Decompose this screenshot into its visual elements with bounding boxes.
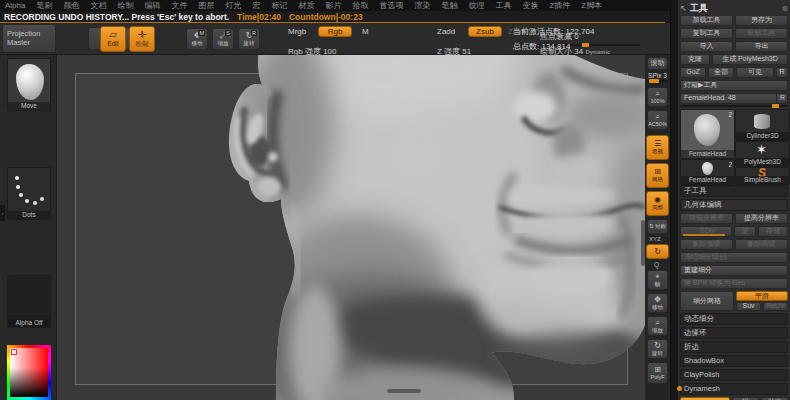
- m-toggle[interactable]: M: [362, 27, 369, 36]
- menu-movie[interactable]: 影片: [325, 0, 341, 11]
- menu-layer[interactable]: 图层: [198, 0, 214, 11]
- crease-section-header[interactable]: 折边: [680, 341, 788, 353]
- canvas-hscrollbar[interactable]: [387, 389, 421, 393]
- menu-preferences[interactable]: 首选项: [379, 0, 403, 11]
- dynamic-subdiv-section-header[interactable]: 动态细分: [680, 313, 788, 325]
- move-brush-thumbnail: [16, 64, 44, 100]
- floor-grid-button[interactable]: ⊞网格: [646, 163, 669, 188]
- tool-palette-header[interactable]: ↖ 工具 ⚙: [680, 2, 788, 15]
- rgb-toggle[interactable]: Rgb: [318, 26, 352, 37]
- xyz-axis-label[interactable]: XYZ: [649, 236, 661, 242]
- menu-zscript[interactable]: Z脚本: [581, 0, 602, 11]
- spix-slider[interactable]: SPix 3: [646, 72, 669, 82]
- menu-transform[interactable]: 变换: [522, 0, 538, 11]
- menu-zplugin[interactable]: Z插件: [549, 0, 570, 11]
- active-tool-r-button[interactable]: R: [776, 94, 785, 102]
- color-picker[interactable]: [7, 345, 51, 400]
- q-label[interactable]: Q: [654, 261, 659, 268]
- dynamesh-section-header[interactable]: Dynamesh: [680, 383, 788, 395]
- menu-material[interactable]: 材质: [298, 0, 314, 11]
- aa-half-button[interactable]: ⌕AC50%: [647, 110, 668, 130]
- menu-edit[interactable]: 编辑: [144, 0, 160, 11]
- palette-gear-icon[interactable]: ⚙: [782, 5, 788, 12]
- del-higher-button: 删除高级: [735, 239, 788, 250]
- rgb-intensity-slider[interactable]: Rgb 强度 100: [288, 40, 423, 52]
- frame-button[interactable]: ⌖帧: [647, 270, 668, 290]
- document-canvas[interactable]: [57, 55, 645, 400]
- left-tray-handle[interactable]: ‹: [0, 205, 5, 221]
- move-view-button[interactable]: ✥移动: [647, 293, 668, 313]
- current-brush-move[interactable]: Move: [7, 58, 51, 111]
- local-pivot-button[interactable]: ◉局部: [646, 191, 669, 216]
- geometry-section-header[interactable]: 几何体编辑: [680, 199, 788, 211]
- subtool-section-header[interactable]: 子工具: [680, 185, 788, 197]
- lightbox-tool-button[interactable]: 灯箱▶工具: [680, 80, 788, 91]
- goz-button[interactable]: GoZ: [680, 67, 706, 78]
- claypolish-section-header[interactable]: ClayPolish: [680, 369, 788, 381]
- polyframe-button[interactable]: ⊞PolyF: [647, 362, 668, 384]
- move-hand-icon: ✥: [654, 296, 661, 304]
- zsub-toggle[interactable]: Zsub: [468, 26, 502, 37]
- save-as-button[interactable]: 另存为: [735, 15, 788, 26]
- import-button[interactable]: 导入: [680, 41, 733, 52]
- menu-stroke[interactable]: 笔触: [441, 0, 457, 11]
- divide-button[interactable]: 细分网格: [680, 291, 734, 311]
- gyro-rotate-button[interactable]: R ↻ 旋转: [238, 28, 260, 50]
- menu-macro[interactable]: 宏: [252, 0, 260, 11]
- freeze-subdiv-button: 冻结细分级别: [680, 252, 788, 263]
- goz-r-button[interactable]: R: [776, 67, 788, 78]
- shadowbox-section-header[interactable]: ShadowBox: [680, 355, 788, 367]
- tool-thumb-femalehead-active[interactable]: 2 FemaleHead: [680, 109, 735, 159]
- spin-button[interactable]: ↻: [646, 244, 669, 259]
- tool-thumb-simplebrush[interactable]: S SimpleBrush: [735, 167, 790, 185]
- zoom-actual-button[interactable]: ⌕100%: [647, 87, 668, 107]
- current-stroke-dots[interactable]: Dots: [7, 167, 51, 220]
- lsym-button[interactable]: ⇅ 对称: [647, 219, 668, 234]
- projection-master-button[interactable]: Projection Master: [2, 24, 56, 53]
- menu-texture[interactable]: 纹理: [468, 0, 484, 11]
- menu-brush[interactable]: 笔刷: [36, 0, 52, 11]
- right-tray-divider[interactable]: [670, 0, 678, 400]
- suv-toggle[interactable]: Suv: [736, 302, 761, 311]
- menu-draw[interactable]: 绘制: [117, 0, 133, 11]
- higher-res-button[interactable]: 提高分辨率: [735, 213, 788, 224]
- smt-toggle[interactable]: 平滑: [736, 291, 788, 301]
- goz-visible-button[interactable]: 可见: [736, 67, 774, 78]
- edit-button[interactable]: ▱ Edit: [100, 26, 126, 52]
- copy-tool-button[interactable]: 复制工具: [680, 28, 733, 39]
- draw-button[interactable]: ✛ 绘制: [129, 26, 155, 52]
- rotate-view-button[interactable]: ↻旋转: [647, 339, 668, 359]
- menu-picker[interactable]: 拾取: [352, 0, 368, 11]
- load-tool-button[interactable]: 加载工具: [680, 15, 733, 26]
- scroll-button[interactable]: 滚动: [647, 57, 668, 70]
- crosshair-icon: ✛: [138, 30, 146, 40]
- edgeloop-section-header[interactable]: 边缘环: [680, 327, 788, 339]
- current-alpha-off[interactable]: Alpha Off: [7, 275, 51, 328]
- menu-tool[interactable]: 工具: [495, 0, 511, 11]
- gyro-move-button[interactable]: M ✥ 移动: [186, 28, 208, 50]
- menu-file[interactable]: 文件: [171, 0, 187, 11]
- reconstruct-subdiv-button[interactable]: 重建细分: [680, 265, 788, 276]
- tool-thumb-femalehead-2[interactable]: 2 FemaleHead: [680, 159, 735, 185]
- tool-thumb-cylinder3d[interactable]: Cylinder3D: [735, 109, 790, 141]
- menu-document[interactable]: 文档: [90, 0, 106, 11]
- clone-button[interactable]: 克隆: [680, 54, 710, 65]
- zadd-toggle[interactable]: Zadd: [437, 27, 455, 36]
- menu-light[interactable]: 灯光: [225, 0, 241, 11]
- rotate-arrow-icon: ↻: [654, 342, 661, 350]
- gyro-scale-button[interactable]: S ⤢ 缩放: [212, 28, 234, 50]
- scale-view-button[interactable]: ⌕缩放: [647, 316, 668, 336]
- menu-color[interactable]: 颜色: [63, 0, 79, 11]
- menu-alpha[interactable]: Alpha: [5, 1, 25, 10]
- make-polymesh3d-button[interactable]: 生成 PolyMesh3D: [712, 54, 788, 65]
- menu-marker[interactable]: 标记: [271, 0, 287, 11]
- active-tool-slider[interactable]: FemaleHead. 48 R: [680, 93, 788, 107]
- export-button[interactable]: 导出: [735, 41, 788, 52]
- perspective-button[interactable]: ☰透视: [646, 135, 669, 160]
- recording-bar: RECORDING UNDO HISTORY... Press 'Esc' ke…: [0, 11, 672, 22]
- goz-all-button[interactable]: 全部: [708, 67, 734, 78]
- mrgb-toggle[interactable]: Mrgb: [288, 27, 306, 36]
- tool-thumb-polymesh3d[interactable]: ✶ PolyMesh3D: [735, 141, 790, 167]
- sculpt-model-female-head[interactable]: [57, 55, 645, 400]
- menu-render[interactable]: 渲染: [414, 0, 430, 11]
